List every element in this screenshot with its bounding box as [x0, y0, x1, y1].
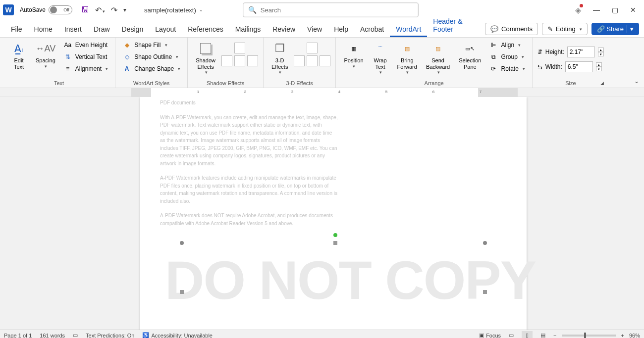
autosave-toggle[interactable]: Off: [49, 5, 72, 14]
minimize-button[interactable]: —: [593, 6, 600, 14]
even-height-button[interactable]: AaEven Height: [61, 40, 110, 50]
save-icon[interactable]: 🖫: [81, 5, 89, 14]
group-button[interactable]: ⧉Group▾: [487, 51, 527, 62]
shape-fill-label: Shape Fill: [134, 42, 161, 48]
status-words[interactable]: 161 words: [40, 333, 65, 338]
zoom-level[interactable]: 96%: [629, 333, 640, 338]
wrap-text-icon: ⌒: [373, 41, 388, 56]
shadow-nudge-right[interactable]: [247, 55, 258, 66]
tilt-up[interactable]: [307, 43, 318, 53]
comments-button[interactable]: 💬 Comments: [485, 23, 538, 35]
alignment-button[interactable]: ≡Alignment▾: [61, 63, 110, 74]
width-up[interactable]: ▴: [596, 62, 602, 67]
view-print-layout[interactable]: ▯: [522, 331, 533, 338]
group-size: ⇵ Height: ▴▾ ⇆ Width: ▴▾ Size◢: [533, 38, 609, 88]
edit-text-icon: A̲ᵢ: [11, 41, 27, 56]
vertical-text-button[interactable]: ⇅Vertical Text: [61, 51, 110, 62]
tab-references[interactable]: References: [182, 22, 229, 37]
handle-top-mid[interactable]: [333, 241, 337, 245]
tab-file[interactable]: File: [5, 22, 28, 37]
status-proofing-icon[interactable]: ▭: [73, 332, 78, 338]
tab-view[interactable]: View: [301, 22, 328, 37]
ribbon-collapse-icon[interactable]: ⌄: [634, 78, 639, 85]
shadow-nudge-grid: [221, 43, 258, 66]
shadow-effects-button[interactable]: Shadow Effects▾: [193, 40, 218, 76]
width-down[interactable]: ▾: [596, 67, 602, 71]
share-button[interactable]: 🔗 Share ▾: [591, 23, 639, 35]
group-text: A̲ᵢ Edit Text ↔AV Spacing ▾ AaEven Heigh…: [3, 38, 115, 88]
height-down[interactable]: ▾: [598, 52, 604, 56]
shape-fill-button[interactable]: ◆Shape Fill▾: [120, 40, 182, 50]
group-arrange-label: Arrange: [341, 79, 527, 87]
close-button[interactable]: ✕: [630, 6, 636, 14]
change-shape-button[interactable]: AChange Shape▾: [120, 63, 182, 74]
edit-text-button[interactable]: A̲ᵢ Edit Text: [8, 40, 30, 71]
align-label: Align: [501, 42, 514, 48]
search-input[interactable]: [261, 6, 413, 14]
accessibility-icon: ♿: [142, 332, 149, 338]
ruler-vertical[interactable]: [0, 97, 9, 330]
shape-outline-button[interactable]: ◇Shape Outline▾: [120, 51, 182, 62]
tab-mailings[interactable]: Mailings: [229, 22, 267, 37]
tab-layout[interactable]: Layout: [149, 22, 182, 37]
rotate-button[interactable]: ⟳Rotate▾: [487, 63, 527, 74]
tab-review[interactable]: Review: [267, 22, 301, 37]
tab-draw[interactable]: Draw: [88, 22, 116, 37]
ruler-horizontal[interactable]: 1 2 3 4 5 6 7: [0, 88, 644, 97]
handle-top-left[interactable]: [180, 241, 184, 245]
qat-customize-icon[interactable]: ▾: [123, 6, 126, 13]
height-up[interactable]: ▴: [598, 48, 604, 52]
undo-icon[interactable]: ↶▾: [95, 5, 105, 15]
shadow-toggle[interactable]: [234, 55, 245, 66]
view-web-layout[interactable]: ▤: [537, 331, 548, 338]
position-button[interactable]: ▦Position▾: [341, 40, 366, 70]
tab-insert[interactable]: Insert: [58, 22, 88, 37]
maximize-button[interactable]: ▢: [612, 6, 618, 14]
scrollbar-vertical[interactable]: [636, 97, 644, 330]
size-dialog-launcher[interactable]: ◢: [600, 81, 604, 86]
status-predictions[interactable]: Text Predictions: On: [86, 333, 134, 338]
premium-icon[interactable]: ◈: [575, 5, 581, 15]
tab-acrobat[interactable]: Acrobat: [354, 22, 390, 37]
tilt-right[interactable]: [320, 55, 330, 66]
tilt-left[interactable]: [294, 55, 305, 66]
tab-help[interactable]: Help: [328, 22, 354, 37]
height-input[interactable]: [567, 47, 595, 57]
shadow-nudge-left[interactable]: [221, 55, 232, 66]
tab-wordart[interactable]: WordArt: [390, 22, 427, 37]
bring-forward-button[interactable]: ▧Bring Forward▾: [394, 40, 420, 76]
search-box[interactable]: 🔍: [243, 2, 419, 17]
group-shadow-effects: Shadow Effects▾ Shadow Effects: [188, 38, 264, 88]
zoom-slider[interactable]: [562, 335, 616, 337]
spacing-button[interactable]: ↔AV Spacing ▾: [33, 40, 58, 70]
3d-effects-button[interactable]: ❒ 3-D Effects▾: [268, 40, 291, 76]
redo-icon[interactable]: ↷: [111, 5, 117, 15]
tab-design[interactable]: Design: [116, 22, 150, 37]
change-shape-label: Change Shape: [134, 65, 174, 72]
wrap-text-button[interactable]: ⌒Wrap Text▾: [370, 40, 391, 76]
zoom-out-button[interactable]: −: [553, 333, 556, 338]
zoom-in-button[interactable]: +: [621, 333, 624, 338]
tab-header-footer[interactable]: Header & Footer: [427, 14, 485, 37]
handle-mid-right[interactable]: [483, 290, 487, 294]
status-accessibility[interactable]: ♿ Accessibility: Unavailable: [142, 332, 213, 338]
tab-home[interactable]: Home: [28, 22, 58, 37]
wordart-object[interactable]: DO NOT COPY: [160, 233, 467, 330]
rotate-handle[interactable]: [333, 233, 337, 237]
shadow-nudge-up[interactable]: [234, 43, 245, 53]
send-backward-button[interactable]: ▨Send Backward▾: [423, 40, 453, 76]
handle-mid-left[interactable]: [180, 290, 184, 294]
handle-top-right[interactable]: [483, 241, 487, 245]
group-shadow-label: Shadow Effects: [193, 79, 258, 87]
chevron-down-icon[interactable]: ▾: [627, 25, 634, 33]
status-page[interactable]: Page 1 of 1: [4, 333, 32, 338]
focus-mode-button[interactable]: ▣Focus: [479, 332, 501, 338]
selection-pane-button[interactable]: ▭↖Selection Pane: [456, 40, 484, 71]
editing-mode-button[interactable]: ✎ Editing ▾: [542, 23, 588, 35]
document-title[interactable]: sample(rotatetext) ⌄: [144, 6, 203, 14]
tilt-toggle[interactable]: [307, 55, 318, 66]
document-canvas[interactable]: PDF documents With A-PDF Watermark, you …: [9, 97, 636, 330]
align-button[interactable]: ⊫Align▾: [487, 40, 527, 50]
width-input[interactable]: [565, 61, 593, 72]
view-read-mode[interactable]: ▭: [506, 331, 517, 338]
